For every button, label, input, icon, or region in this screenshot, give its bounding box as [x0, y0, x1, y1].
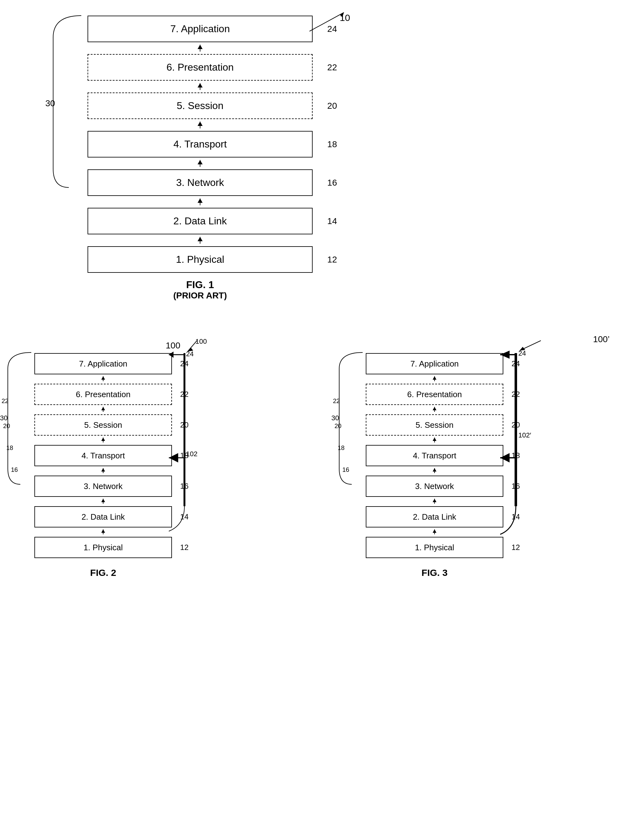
- fig1-section: 10 7. Application 24 6. Presentation 22 …: [56, 10, 369, 301]
- fig2-layer-4: 4. Transport 18: [34, 445, 172, 466]
- fig2-bracket-svg: 30 16 18 20 22: [0, 350, 40, 550]
- svg-text:18: 18: [338, 444, 345, 451]
- svg-text:30: 30: [332, 414, 339, 422]
- svg-text:22: 22: [2, 398, 8, 404]
- fig3-layer-6: 6. Presentation 22: [366, 384, 503, 405]
- svg-text:16: 16: [342, 466, 349, 473]
- fig1-arrow-4-5: [87, 121, 312, 131]
- fig2-layer-5: 5. Session 20: [34, 414, 172, 436]
- fig2-arrow-6-7: [34, 376, 172, 384]
- fig3-arrow-4-5: [366, 438, 503, 445]
- svg-marker-14: [169, 352, 173, 358]
- svg-text:102′: 102′: [518, 431, 531, 439]
- svg-text:100: 100: [196, 338, 207, 345]
- fig1-arrow-2-3: [87, 199, 312, 208]
- svg-text:30: 30: [0, 414, 8, 422]
- fig3-arrow-1-2: [366, 529, 503, 537]
- fig2-arrow-3-4: [34, 468, 172, 475]
- fig3-bracket-svg: 30 16 18 20 22: [332, 350, 372, 550]
- fig1-arrow-1-2: [87, 237, 312, 246]
- fig2-layer-7: 7. Application 24: [34, 353, 172, 374]
- svg-text:30: 30: [45, 99, 55, 108]
- fig2-layer-1: 1. Physical 12: [34, 537, 172, 558]
- svg-line-1: [309, 13, 344, 31]
- fig1-arrow-5-6: [87, 83, 312, 92]
- fig3-label-100prime: 100’: [593, 335, 610, 344]
- page-container: 10 7. Application 24 6. Presentation 22 …: [0, 0, 644, 834]
- fig1-layer-2: 2. Data Link 14: [87, 208, 312, 234]
- fig2-arrow-4-5: [34, 438, 172, 445]
- fig2-section: 100 7. Application 24 6. Presentation 22…: [6, 331, 319, 578]
- svg-text:16: 16: [11, 466, 18, 473]
- fig2-osi-stack: 7. Application 24 6. Presentation 22 5. …: [34, 353, 172, 558]
- svg-text:24: 24: [518, 349, 526, 357]
- fig1-layer-7: 7. Application 24: [87, 16, 312, 42]
- fig2-arrow-5-6: [34, 407, 172, 414]
- fig1-arrow-6-7: [87, 45, 312, 54]
- fig3-layer-2: 2. Data Link 14: [366, 506, 503, 527]
- fig2-layer-2: 2. Data Link 14: [34, 506, 172, 527]
- fig1-arrow10-svg: [306, 6, 362, 37]
- fig1-osi-stack: 7. Application 24 6. Presentation 22 5. …: [87, 16, 312, 273]
- fig3-layer-5: 5. Session 20: [366, 414, 503, 436]
- fig3-layer-1: 1. Physical 12: [366, 537, 503, 558]
- fig1-bracket-svg: 30: [44, 13, 94, 272]
- fig2-arrow-2-3: [34, 499, 172, 506]
- fig2-caption: FIG. 2: [34, 567, 172, 578]
- fig3-layer-4: 4. Transport 18: [366, 445, 503, 466]
- fig3-layer-3: 3. Network 16: [366, 475, 503, 497]
- fig1-layer-5: 5. Session 20: [87, 92, 312, 119]
- svg-text:102: 102: [186, 450, 197, 458]
- svg-text:20: 20: [3, 422, 10, 429]
- fig3-layer-7: 7. Application 24: [366, 353, 503, 374]
- fig1-arrow-3-4: [87, 160, 312, 170]
- fig2-layer-3: 3. Network 16: [34, 475, 172, 497]
- fig1-caption: FIG. 1 (PRIOR ART): [87, 279, 312, 301]
- fig3-caption: FIG. 3: [366, 567, 503, 578]
- fig3-arrow-3-4: [366, 468, 503, 475]
- svg-text:20: 20: [335, 422, 341, 429]
- fig3-section: 100’ 7. Application 24 6. Presentation 2…: [338, 331, 644, 578]
- fig3-arrow-2-3: [366, 499, 503, 506]
- fig1-layer-4: 4. Transport 18: [87, 131, 312, 157]
- fig2-arrow-1-2: [34, 529, 172, 537]
- fig1-layer-3: 3. Network 16: [87, 170, 312, 196]
- svg-text:18: 18: [6, 444, 13, 451]
- fig3-arrow-5-6: [366, 407, 503, 414]
- fig1-layer-1: 1. Physical 12: [87, 246, 312, 273]
- fig2-layer-6: 6. Presentation 22: [34, 384, 172, 405]
- svg-text:22: 22: [333, 398, 340, 404]
- fig3-osi-stack: 7. Application 24 6. Presentation 22 5. …: [366, 353, 503, 558]
- fig1-layer-6: 6. Presentation 22: [87, 54, 312, 81]
- svg-marker-29: [519, 347, 525, 351]
- fig2-line-svg: 102 24 100: [166, 338, 216, 556]
- fig3-arrow-6-7: [366, 376, 503, 384]
- fig3-line-svg: 102′ 24: [497, 338, 553, 556]
